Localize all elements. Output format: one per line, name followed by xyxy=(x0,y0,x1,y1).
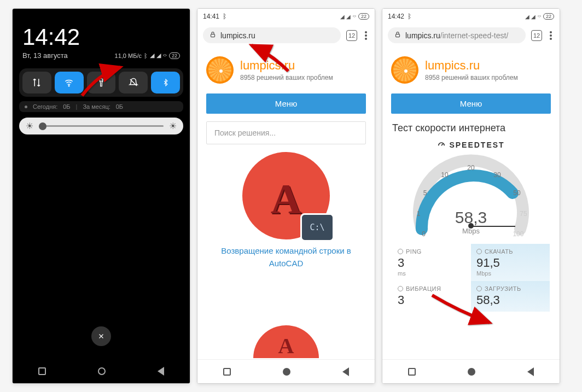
stat-jitter: ВИБРАЦИЯ 3 xyxy=(392,281,471,312)
status-bar: 14:41ᛒ ◢ ◢ ⌔ 22 xyxy=(197,9,375,24)
site-header: lumpics.ru 8958 решений ваших проблем xyxy=(197,46,375,89)
wifi-icon: ⌔ xyxy=(163,52,167,59)
android-navbar xyxy=(13,359,190,383)
dot-icon xyxy=(25,106,27,108)
site-name: lumpics.ru xyxy=(425,58,518,73)
phone-browser-home: 14:41ᛒ ◢ ◢ ⌔ 22 lumpics.ru 12 lumpics.ru… xyxy=(197,8,375,384)
brightness-slider[interactable]: ☀ ☀ xyxy=(19,118,183,134)
speedtest-brand: SPEEDTEST xyxy=(382,141,560,149)
android-navbar xyxy=(197,359,375,383)
menu-button[interactable]: Меню xyxy=(391,93,551,114)
qs-wifi[interactable] xyxy=(55,72,84,93)
qs-bluetooth[interactable] xyxy=(151,72,180,93)
nav-recent[interactable] xyxy=(38,367,46,375)
signal-icon: ◢ ◢ xyxy=(525,14,536,20)
article-title: Возвращение командной строки в AutoCAD xyxy=(206,245,366,270)
svg-line-4 xyxy=(441,144,443,145)
stat-ping: PING 3 ms xyxy=(392,244,471,281)
site-logo-icon xyxy=(391,56,418,84)
menu-button[interactable]: Меню xyxy=(206,93,366,114)
upload-icon xyxy=(476,286,482,291)
nav-recent[interactable] xyxy=(408,368,416,376)
more-menu-icon[interactable] xyxy=(548,31,554,40)
brightness-high-icon: ☀ xyxy=(169,121,177,131)
article-card[interactable]: A C:\ Возвращение командной строки в Aut… xyxy=(206,152,366,270)
tab-count[interactable]: 12 xyxy=(531,30,542,41)
bluetooth-icon: ᛒ xyxy=(144,52,148,59)
article-thumbnail: A C:\ xyxy=(242,152,330,239)
signal-icon: ◢ ◢ xyxy=(340,14,351,20)
data-usage-row[interactable]: Сегодня: 0Б | За месяц: 0Б xyxy=(19,101,183,112)
site-tagline: 8958 решений ваших проблем xyxy=(425,74,518,81)
url-text: lumpics.ru xyxy=(220,31,255,40)
svg-point-0 xyxy=(68,85,69,86)
nav-back[interactable] xyxy=(342,367,349,376)
net-speed: 11,0 МБ/с xyxy=(115,52,142,59)
stats-grid: PING 3 ms СКАЧАТЬ 91,5 Mbps ВИБРАЦИЯ 3 З… xyxy=(392,244,550,312)
site-name: lumpics.ru xyxy=(240,58,333,73)
stat-download: СКАЧАТЬ 91,5 Mbps xyxy=(471,244,550,281)
svg-rect-2 xyxy=(211,34,215,37)
nav-back[interactable] xyxy=(158,367,164,376)
gauge-value: 58,3 xyxy=(455,208,487,227)
nav-home[interactable] xyxy=(98,367,106,375)
status-icons: 11,0 МБ/с ᛒ ◢ ◢ ⌔ 22 xyxy=(115,52,180,59)
address-bar[interactable]: lumpics.ru xyxy=(203,27,341,43)
signal-icon: ◢ xyxy=(150,52,154,59)
site-tagline: 8958 решений ваших проблем xyxy=(240,74,333,81)
quick-settings xyxy=(19,68,183,97)
address-bar[interactable]: lumpics.ru/internet-speed-test/ xyxy=(388,27,526,43)
android-navbar xyxy=(382,359,560,383)
svg-rect-1 xyxy=(100,79,102,81)
cmd-icon: C:\ xyxy=(300,213,334,242)
qs-dnd[interactable] xyxy=(119,72,148,93)
bluetooth-icon: ᛒ xyxy=(223,13,226,20)
nav-recent[interactable] xyxy=(223,368,231,376)
site-logo-icon xyxy=(206,56,234,84)
status-time: 14:41 xyxy=(203,13,219,20)
browser-urlbar: lumpics.ru/internet-speed-test/ 12 xyxy=(382,24,560,46)
gauge-unit: Mbps xyxy=(455,227,487,235)
battery-indicator: 22 xyxy=(169,52,180,59)
url-text: lumpics.ru/internet-speed-test/ xyxy=(405,31,508,40)
status-bar: 14:42ᛒ ◢ ◢ ⌔ 22 xyxy=(382,9,560,24)
date-label: Вт, 13 августа xyxy=(22,51,68,60)
signal-icon-2: ◢ xyxy=(156,52,161,59)
status-time: 14:42 xyxy=(388,13,404,20)
page-title: Тест скорости интернета xyxy=(392,122,550,134)
stat-upload: ЗАГРУЗИТЬ 58,3 xyxy=(471,281,550,312)
svg-rect-3 xyxy=(396,34,400,37)
phone-notification-shade: 14:42 Вт, 13 августа 11,0 МБ/с ᛒ ◢ ◢ ⌔ 2… xyxy=(12,8,190,384)
qs-mobile-data[interactable] xyxy=(22,72,51,93)
qs-flashlight[interactable] xyxy=(87,72,116,93)
autocad-a-icon: A xyxy=(271,174,301,224)
site-header: lumpics.ru 8958 решений ваших проблем xyxy=(382,46,560,89)
download-icon xyxy=(476,249,482,254)
phone-speedtest: 14:42ᛒ ◢ ◢ ⌔ 22 lumpics.ru/internet-spee… xyxy=(382,8,560,384)
ping-icon xyxy=(398,249,403,254)
wifi-icon: ⌔ xyxy=(353,14,356,20)
browser-urlbar: lumpics.ru 12 xyxy=(197,24,375,46)
next-article-peek: A xyxy=(253,325,319,358)
wifi-icon: ⌔ xyxy=(538,14,541,20)
search-input[interactable]: Поиск решения... xyxy=(206,121,366,144)
nav-back[interactable] xyxy=(527,367,534,376)
jitter-icon xyxy=(398,286,403,291)
close-shade-button[interactable] xyxy=(91,326,111,346)
bluetooth-icon: ᛒ xyxy=(408,13,411,20)
clock-time: 14:42 xyxy=(13,9,190,50)
battery-indicator: 22 xyxy=(358,13,369,20)
speed-gauge: 0 1 5 10 20 30 50 75 100 58,3 Mbps xyxy=(405,153,537,243)
battery-indicator: 22 xyxy=(543,13,554,20)
lock-icon xyxy=(394,31,401,40)
brightness-low-icon: ☀ xyxy=(26,121,33,131)
nav-home[interactable] xyxy=(468,368,475,376)
more-menu-icon[interactable] xyxy=(363,31,369,40)
tab-count[interactable]: 12 xyxy=(346,30,357,41)
nav-home[interactable] xyxy=(283,368,290,376)
lock-icon xyxy=(209,31,216,40)
